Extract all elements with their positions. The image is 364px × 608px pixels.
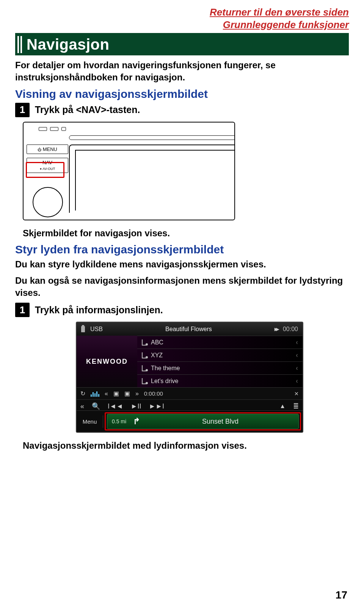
music-note-icon xyxy=(142,378,147,384)
link-return-top[interactable]: Returner til den øverste siden xyxy=(15,6,349,19)
shuffle-icon: ✕ xyxy=(294,391,299,397)
section-heading-view-nav: Visning av navigasjonsskjermbildet xyxy=(15,88,349,101)
section2-caption: Navigasjonsskjermbildet med lydinformasj… xyxy=(23,440,349,452)
music-note-icon xyxy=(142,352,147,358)
chevron-right-icon: ‹ xyxy=(296,377,298,385)
step-1-text: Trykk på <NAV>-tasten. xyxy=(35,104,140,115)
source-label: USB xyxy=(90,326,103,333)
prev-track-icon: I◄◄ xyxy=(108,402,123,410)
brand-logo: KENWOOD xyxy=(77,336,137,387)
turn-arrow-icon: ↱ xyxy=(133,416,140,426)
music-note-icon xyxy=(142,339,147,346)
page-title: Navigasjon xyxy=(24,36,109,53)
step-2-text: Trykk på informasjonslinjen. xyxy=(35,305,163,316)
equalizer-icon xyxy=(91,391,99,397)
menu-button: Menu xyxy=(77,415,103,428)
intro-text: For detaljer om hvordan navigeringsfunks… xyxy=(15,59,349,84)
section2-p2: Du kan også se navigasjonsinformasjonen … xyxy=(15,275,349,299)
section1-caption: Skjermbildet for navigasjon vises. xyxy=(23,227,349,239)
nav-distance: 0.5 mi xyxy=(112,418,126,424)
media-screenshot: USB Beautiful Flowers ▸▸ 00:00 KENWOOD A… xyxy=(76,322,303,433)
link-section-basics[interactable]: Grunnleggende funksjoner xyxy=(15,19,349,31)
device-dial xyxy=(33,187,63,217)
device-menu-button: ⏻ MENU xyxy=(27,145,68,154)
expand-left-icon: « xyxy=(80,402,84,410)
section-heading-audio-nav: Styr lyden fra navigasjonsskjermbildet xyxy=(15,243,349,256)
now-playing-title: Beautiful Flowers xyxy=(108,326,269,333)
next-track-icon: ►►I xyxy=(149,402,164,410)
page-number: 17 xyxy=(336,589,347,601)
eject-icon: ▲ xyxy=(279,403,286,410)
play-pause-icon: ►II xyxy=(131,402,141,410)
search-icon: 🔍 xyxy=(92,402,100,410)
chevron-right-icon: ‹ xyxy=(296,338,298,346)
nav-info-bar[interactable]: 0.5 mi ↱ Sunset Blvd xyxy=(107,414,299,429)
step-number: 1 xyxy=(15,103,30,117)
page-title-bar: Navigasjon xyxy=(15,33,349,55)
fast-forward-icon: ▸▸ xyxy=(275,325,278,333)
heading-accent xyxy=(17,36,24,53)
track-row: XYZ ‹ xyxy=(137,349,303,361)
step-1-row: 1 Trykk på <NAV>-tasten. xyxy=(15,103,349,117)
device-illustration: ⏻ MENU NAV ● AV-OUT xyxy=(23,122,235,220)
step-number: 1 xyxy=(15,303,30,317)
usb-icon xyxy=(81,326,85,332)
music-note-icon xyxy=(142,365,147,371)
chevron-right-icon: ‹ xyxy=(296,364,298,372)
nav-destination: Sunset Blvd xyxy=(147,418,294,426)
repeat-icon: ↻ xyxy=(80,390,85,397)
progress-time: 0:00:00 xyxy=(144,390,163,397)
album-icon: ▣ xyxy=(124,390,130,397)
section2-p1: Du kan styre lydkildene mens navigasjons… xyxy=(15,258,349,270)
device-nav-button: NAV ● AV-OUT xyxy=(27,158,68,173)
list-icon: ≣ xyxy=(293,402,299,410)
step-2-row: 1 Trykk på informasjonslinjen. xyxy=(15,303,349,317)
track-row: The theme ‹ xyxy=(137,361,303,374)
clock: 00:00 xyxy=(283,326,298,333)
album-icon: ▣ xyxy=(113,390,119,397)
track-row: ABC ‹ xyxy=(137,336,303,349)
chevron-right-icon: ‹ xyxy=(296,351,298,359)
track-row: Let's drive ‹ xyxy=(137,374,303,387)
